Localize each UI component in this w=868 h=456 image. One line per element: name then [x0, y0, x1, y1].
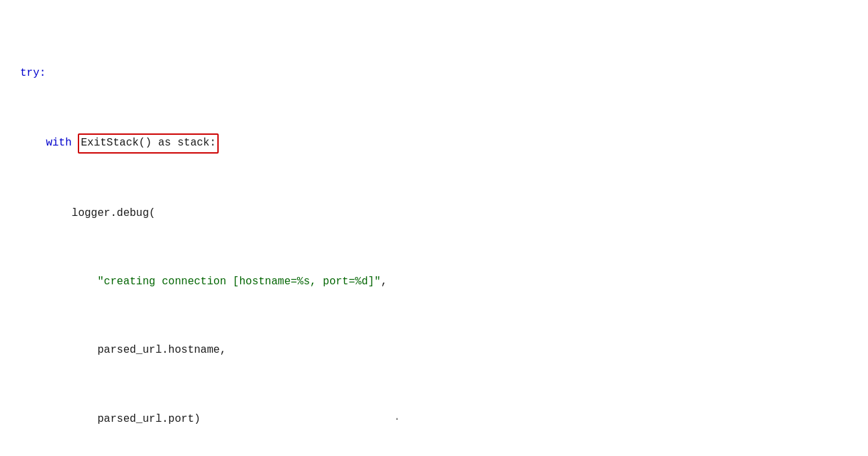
line-with: with ExitStack() as stack: [20, 133, 848, 154]
highlighted-exitstack: ExitStack() as stack: [78, 133, 219, 154]
keyword-with: with [46, 137, 71, 149]
code-parsed-hostname: parsed_url.hostname, [97, 344, 226, 356]
line-try: try: [20, 65, 848, 82]
line-parsed-hostname: parsed_url.hostname, [20, 342, 848, 359]
line-string-1: "creating connection [hostname=%s, port=… [20, 274, 848, 291]
code-comma-1: , [381, 276, 388, 288]
line-parsed-port-close: parsed_url.port) · [20, 411, 848, 429]
code-string-creating: "creating connection [hostname=%s, port=… [97, 276, 380, 288]
code-logger-debug-open: logger.debug( [72, 207, 156, 219]
code-parsed-port-close: parsed_url.port) · [97, 413, 400, 425]
code-block: try: with ExitStack() as stack: logger.d… [20, 13, 848, 456]
keyword-try: try: [20, 67, 46, 79]
line-logger-debug-1: logger.debug( [20, 205, 848, 223]
